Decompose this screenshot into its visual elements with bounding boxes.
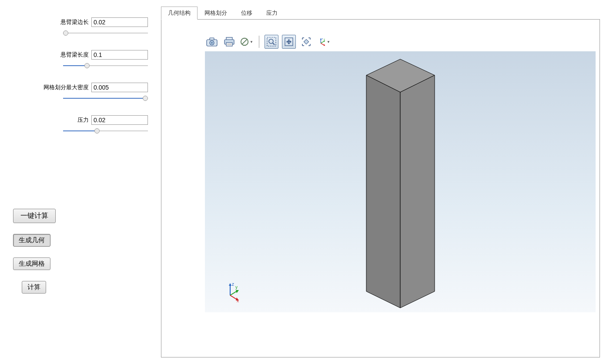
svg-rect-6: [226, 43, 232, 46]
svg-text:y: y: [324, 38, 325, 40]
svg-marker-27: [400, 75, 435, 308]
svg-marker-29: [229, 283, 231, 286]
3d-viewport[interactable]: z y x: [205, 51, 596, 312]
svg-line-31: [230, 291, 237, 295]
tabs: 几何结构 网格划分 位移 应力: [161, 7, 600, 20]
gen-mesh-button[interactable]: 生成网格: [13, 257, 50, 270]
slider-edge-length[interactable]: [63, 30, 148, 37]
quick-calc-button[interactable]: 一键计算: [13, 209, 56, 223]
tab-displacement[interactable]: 位移: [234, 7, 259, 20]
slider-pressure[interactable]: [63, 128, 148, 135]
print-icon[interactable]: [222, 35, 236, 49]
reset-icon[interactable]: ▼: [240, 35, 254, 49]
main-area: 几何结构 网格划分 位移 应力: [161, 0, 613, 364]
tab-mesh[interactable]: 网格划分: [198, 7, 234, 20]
svg-line-13: [273, 43, 275, 45]
svg-marker-20: [324, 40, 325, 42]
label-mesh-density: 网格划分最大密度: [44, 83, 89, 91]
svg-text:x: x: [237, 298, 239, 302]
svg-line-10: [242, 40, 247, 44]
input-pressure[interactable]: [91, 115, 148, 125]
axis-indicator: z y x: [222, 281, 244, 304]
input-mesh-density[interactable]: [91, 83, 148, 92]
zoom-select-icon[interactable]: [265, 35, 278, 49]
tab-geometry[interactable]: 几何结构: [161, 7, 198, 20]
svg-text:x: x: [324, 43, 325, 46]
svg-rect-15: [304, 39, 308, 44]
gen-geometry-button[interactable]: 生成几何: [13, 234, 50, 247]
svg-text:y: y: [235, 285, 238, 290]
geometry-render: [205, 51, 596, 312]
input-length[interactable]: [91, 50, 148, 60]
viewer-toolbar: ▼: [205, 35, 600, 49]
axis-icon[interactable]: z y x ▼: [317, 35, 331, 49]
slider-length[interactable]: [63, 63, 148, 70]
param-edge-length: 悬臂梁边长: [13, 17, 148, 37]
camera-icon[interactable]: [205, 35, 219, 49]
separator: [259, 36, 259, 48]
pan-icon[interactable]: [282, 35, 296, 49]
sidebar: 悬臂梁边长 悬臂梁长度 网格划分最大密度: [0, 0, 161, 364]
svg-point-3: [211, 42, 213, 44]
calculate-button[interactable]: 计算: [22, 281, 46, 294]
svg-line-34: [230, 295, 237, 300]
slider-mesh-density[interactable]: [63, 95, 148, 102]
label-edge-length: 悬臂梁边长: [60, 18, 89, 26]
param-pressure: 压力: [13, 115, 148, 135]
param-mesh-density: 网格划分最大密度: [13, 83, 148, 102]
svg-point-12: [269, 39, 273, 43]
svg-text:z: z: [232, 282, 234, 287]
label-length: 悬臂梁长度: [60, 51, 89, 59]
viewer-frame: ▼: [161, 19, 600, 357]
label-pressure: 压力: [77, 116, 89, 124]
zoom-extents-icon[interactable]: [299, 35, 313, 49]
svg-marker-32: [236, 290, 239, 293]
svg-text:z: z: [322, 37, 323, 40]
tab-stress[interactable]: 应力: [259, 7, 285, 20]
svg-rect-1: [210, 38, 214, 40]
param-length: 悬臂梁长度: [13, 50, 148, 70]
input-edge-length[interactable]: [91, 17, 148, 27]
chevron-down-icon: ▼: [250, 40, 253, 44]
chevron-down-icon: ▼: [327, 40, 330, 44]
svg-marker-26: [366, 75, 400, 308]
